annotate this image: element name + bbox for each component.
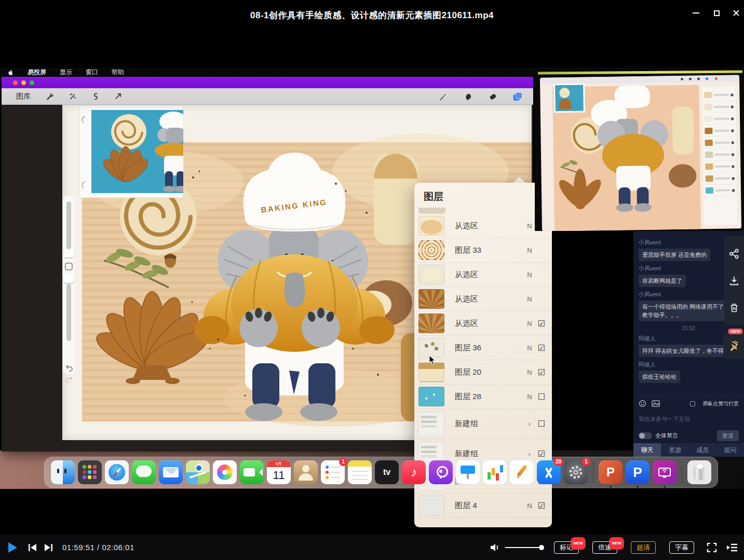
- layer-visibility-checkbox[interactable]: ☑: [535, 319, 548, 329]
- pin-button[interactable]: NEW: [723, 332, 744, 359]
- blend-mode[interactable]: N: [524, 222, 535, 230]
- calendar-icon[interactable]: 6月 11: [267, 460, 291, 484]
- eraser-icon[interactable]: [488, 91, 498, 102]
- image-icon[interactable]: [652, 400, 660, 407]
- layer-row[interactable]: 从选区N☑: [414, 311, 552, 336]
- powerpoint-icon[interactable]: P: [599, 460, 623, 484]
- layer-thumbnail[interactable]: [418, 240, 444, 260]
- blend-mode[interactable]: N: [524, 271, 535, 279]
- music-icon[interactable]: ♪: [402, 460, 426, 484]
- actions-wrench-icon[interactable]: [44, 91, 55, 102]
- mute-all-toggle[interactable]: [639, 432, 652, 439]
- quality-button[interactable]: 超清: [631, 541, 656, 554]
- tab-chat[interactable]: 聊天: [633, 443, 661, 457]
- layer-visibility-checkbox[interactable]: ☐: [535, 419, 548, 429]
- layer-visibility-checkbox[interactable]: ☑: [535, 343, 548, 353]
- layers-icon[interactable]: [512, 91, 523, 102]
- group-thumbnail[interactable]: [418, 412, 444, 436]
- close-button[interactable]: [733, 9, 740, 17]
- layer-thumbnail[interactable]: [418, 265, 444, 284]
- mark-button[interactable]: 标记 NEW: [554, 541, 579, 554]
- opacity-slider[interactable]: [66, 284, 71, 341]
- adjustments-wand-icon[interactable]: [67, 91, 77, 102]
- layer-visibility-checkbox[interactable]: ☐: [535, 392, 548, 402]
- next-button[interactable]: [44, 543, 53, 552]
- layer-row[interactable]: 从选区N: [414, 263, 552, 287]
- blend-mode[interactable]: N: [524, 502, 535, 510]
- layer-thumbnail[interactable]: [418, 216, 444, 236]
- tab-resources[interactable]: 资源: [661, 443, 688, 457]
- mirror-window-titlebar[interactable]: [2, 77, 533, 88]
- layer-thumbnail[interactable]: [418, 289, 444, 309]
- minimize-button[interactable]: [691, 8, 700, 18]
- menu-window[interactable]: 窗口: [86, 68, 98, 77]
- maps-icon[interactable]: [186, 460, 210, 484]
- layer-row-partial[interactable]: [418, 208, 445, 214]
- layer-row[interactable]: 从选区N: [414, 214, 552, 238]
- blend-mode[interactable]: N: [524, 368, 535, 376]
- layer-row[interactable]: 图层 4N☑: [414, 494, 552, 518]
- fullscreen-icon[interactable]: [707, 542, 717, 553]
- messages-icon[interactable]: [132, 460, 156, 484]
- launchpad-icon[interactable]: [78, 460, 102, 484]
- layer-visibility-checkbox[interactable]: ☑: [535, 367, 548, 377]
- brush-size-handle[interactable]: [64, 250, 74, 257]
- brush-size-slider[interactable]: [66, 201, 71, 249]
- contacts-icon[interactable]: [294, 460, 318, 484]
- app-store-icon[interactable]: 20: [537, 460, 561, 484]
- maximize-button[interactable]: [712, 8, 721, 18]
- blend-mode[interactable]: N: [524, 344, 535, 352]
- menu-display[interactable]: 显示: [60, 68, 72, 77]
- safari-icon[interactable]: [105, 460, 129, 484]
- menu-app-name[interactable]: 易投屏: [28, 68, 46, 77]
- layer-thumbnail[interactable]: [418, 387, 444, 406]
- trash-icon[interactable]: [728, 302, 740, 313]
- blend-mode[interactable]: N: [524, 393, 535, 401]
- tab-questions[interactable]: 提问: [716, 443, 744, 457]
- reminders-icon[interactable]: 1: [321, 460, 345, 484]
- tab-members[interactable]: 成员: [689, 443, 716, 457]
- procreate-sidebar[interactable]: [63, 195, 75, 374]
- redo-icon[interactable]: [65, 375, 73, 384]
- layer-row[interactable]: 图层 28N☐: [414, 385, 552, 409]
- facetime-icon[interactable]: [240, 460, 264, 484]
- send-button[interactable]: 发送: [717, 430, 739, 441]
- emoji-icon[interactable]: [639, 400, 646, 407]
- undo-icon[interactable]: [65, 364, 73, 372]
- layer-row[interactable]: 从选区N: [414, 287, 552, 311]
- group-chevron-icon[interactable]: ›: [524, 420, 535, 428]
- sidebar-modify-button[interactable]: [65, 263, 73, 270]
- numbers-icon[interactable]: [483, 460, 507, 484]
- blend-mode[interactable]: N: [524, 295, 535, 303]
- selection-icon[interactable]: [90, 91, 100, 102]
- playlist-icon[interactable]: [726, 543, 738, 552]
- traffic-light-close[interactable]: [13, 80, 18, 85]
- brush-icon[interactable]: [438, 91, 448, 102]
- traffic-light-zoom[interactable]: [30, 80, 34, 85]
- chat-input[interactable]: [633, 410, 744, 428]
- blend-mode[interactable]: N: [524, 320, 535, 327]
- system-preferences-icon[interactable]: 1: [564, 460, 588, 484]
- transform-arrow-icon[interactable]: [113, 91, 123, 102]
- apple-tv-icon[interactable]: tv: [375, 460, 399, 484]
- layer-thumbnail[interactable]: [418, 313, 444, 333]
- speed-button[interactable]: 倍速 NEW: [592, 541, 617, 554]
- menu-help[interactable]: 帮助: [112, 68, 124, 77]
- mail-icon[interactable]: [159, 460, 183, 484]
- opacity-handle[interactable]: [64, 276, 74, 283]
- gallery-button[interactable]: 图库: [16, 92, 31, 101]
- finder-icon[interactable]: [51, 460, 75, 484]
- layer-group-row[interactable]: 新建组›☐: [414, 409, 552, 439]
- volume-icon[interactable]: [490, 543, 500, 552]
- pages-icon[interactable]: [510, 460, 534, 484]
- trash-bin-icon[interactable]: [687, 460, 711, 484]
- blend-mode[interactable]: N: [524, 247, 535, 254]
- share-icon[interactable]: [728, 248, 740, 259]
- layer-row[interactable]: 图层 33N: [414, 238, 552, 263]
- keynote-icon[interactable]: [456, 460, 480, 484]
- download-icon[interactable]: [728, 275, 740, 286]
- block-likes-checkbox[interactable]: [690, 401, 695, 406]
- play-button[interactable]: [7, 542, 18, 553]
- previous-button[interactable]: [28, 543, 37, 552]
- traffic-light-minimize[interactable]: [21, 80, 26, 85]
